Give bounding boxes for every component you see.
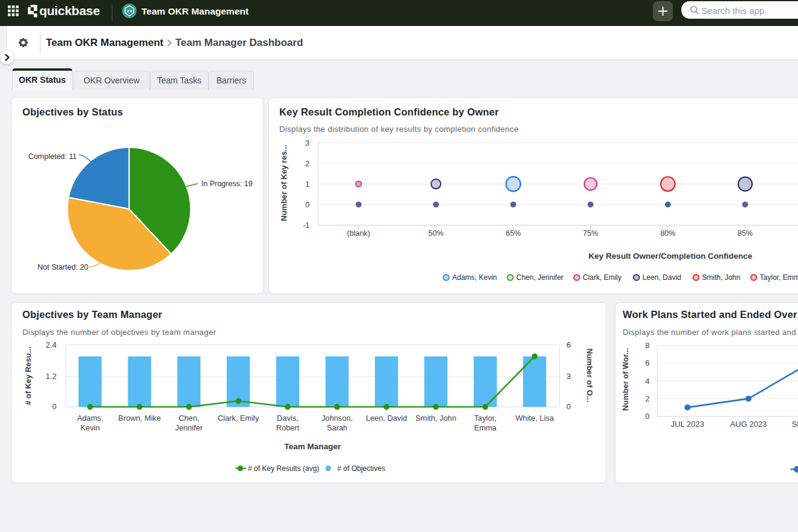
svg-text:Taylor,: Taylor, bbox=[474, 414, 496, 423]
svg-text:6: 6 bbox=[645, 358, 649, 368]
svg-text:80%: 80% bbox=[660, 229, 675, 238]
svg-text:White, Lisa: White, Lisa bbox=[516, 414, 554, 423]
svg-text:Brown, Mike: Brown, Mike bbox=[118, 414, 161, 423]
svg-text:Kevin: Kevin bbox=[80, 423, 100, 432]
svg-text:Chen, Jennifer: Chen, Jennifer bbox=[516, 273, 563, 282]
svg-text:2: 2 bbox=[645, 394, 649, 403]
svg-text:Completed: 11: Completed: 11 bbox=[28, 152, 77, 161]
svg-text:50%: 50% bbox=[429, 229, 444, 238]
svg-text:65%: 65% bbox=[505, 229, 521, 238]
svg-text:6: 6 bbox=[566, 340, 571, 349]
svg-text:# of Objectives: # of Objectives bbox=[337, 464, 385, 473]
svg-text:Number of Key res...: Number of Key res... bbox=[279, 144, 288, 221]
svg-text:1.2: 1.2 bbox=[45, 372, 56, 381]
svg-text:2: 2 bbox=[305, 160, 310, 168]
svg-text:Team Manager: Team Manager bbox=[284, 442, 341, 451]
svg-text:Sarah: Sarah bbox=[327, 423, 348, 432]
svg-text:Clark, Emily: Clark, Emily bbox=[583, 273, 621, 282]
svg-text:Number of O...: Number of O... bbox=[585, 348, 594, 403]
svg-text:# of Key Resu...: # of Key Resu... bbox=[24, 346, 33, 405]
svg-text:Clark, Emily: Clark, Emily bbox=[218, 414, 259, 423]
svg-text:SEP 2023: SEP 2023 bbox=[792, 420, 798, 429]
svg-text:-1: -1 bbox=[303, 221, 310, 230]
svg-text:1: 1 bbox=[305, 180, 310, 189]
svg-text:0: 0 bbox=[52, 402, 56, 411]
svg-text:Emma: Emma bbox=[474, 423, 497, 432]
svg-text:AUG 2023: AUG 2023 bbox=[730, 420, 767, 429]
svg-text:Not Started: 20: Not Started: 20 bbox=[37, 263, 88, 271]
svg-text:(blank): (blank) bbox=[347, 229, 370, 238]
svg-text:85%: 85% bbox=[738, 229, 753, 238]
svg-text:3: 3 bbox=[305, 139, 310, 148]
svg-text:3: 3 bbox=[566, 372, 571, 381]
svg-text:Jennifer: Jennifer bbox=[175, 423, 203, 432]
svg-text:Chen,: Chen, bbox=[178, 414, 199, 423]
svg-text:Leen, David: Leen, David bbox=[366, 414, 407, 423]
svg-text:Davis,: Davis, bbox=[277, 414, 299, 423]
svg-text:JUL 2023: JUL 2023 bbox=[671, 420, 704, 429]
svg-text:Smith, John: Smith, John bbox=[702, 273, 740, 282]
svg-text:8: 8 bbox=[645, 341, 649, 350]
svg-text:In Progress: 19: In Progress: 19 bbox=[201, 180, 253, 188]
svg-text:Adams, Kevin: Adams, Kevin bbox=[452, 273, 497, 282]
svg-text:Adams,: Adams, bbox=[77, 414, 103, 423]
svg-text:Leen, David: Leen, David bbox=[643, 273, 681, 282]
svg-text:Johnson,: Johnson, bbox=[322, 414, 353, 423]
svg-text:0: 0 bbox=[566, 402, 571, 411]
svg-text:Key Result Owner/Completion Co: Key Result Owner/Completion Confidence bbox=[589, 251, 753, 261]
svg-text:75%: 75% bbox=[583, 229, 598, 238]
svg-text:0: 0 bbox=[645, 412, 649, 421]
svg-text:# of Key Results (avg): # of Key Results (avg) bbox=[248, 464, 319, 473]
svg-text:4: 4 bbox=[645, 377, 649, 386]
svg-text:0: 0 bbox=[305, 201, 310, 209]
svg-text:Robert: Robert bbox=[276, 423, 300, 432]
svg-text:2.4: 2.4 bbox=[45, 340, 56, 349]
svg-text:Number of Wor...: Number of Wor... bbox=[621, 348, 630, 411]
svg-text:Taylor, Emma: Taylor, Emma bbox=[760, 273, 798, 282]
svg-text:Smith, John: Smith, John bbox=[415, 414, 456, 423]
